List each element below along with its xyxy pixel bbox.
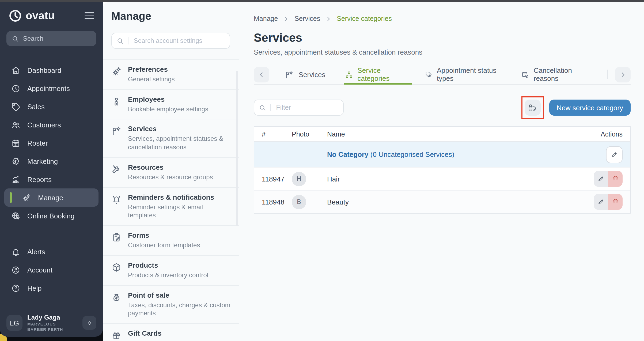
sidebar-item-reports[interactable]: Reports (0, 170, 103, 188)
category-name: Hair (327, 175, 579, 183)
breadcrumb-manage[interactable]: Manage (254, 15, 278, 22)
tab-service-categories[interactable]: Service categories (345, 65, 404, 84)
manage-panel-title: Manage (103, 2, 239, 22)
delete-button[interactable] (608, 194, 623, 210)
search-icon (117, 37, 124, 44)
tab-bar: Services Service categories Appointment … (254, 65, 631, 85)
sidebar-item-sales[interactable]: Sales (0, 97, 103, 116)
filter-input[interactable] (275, 103, 338, 112)
filter-field[interactable] (254, 100, 344, 116)
avatar: LG (6, 315, 22, 331)
bell-icon (11, 247, 20, 256)
breadcrumb-services[interactable]: Services (294, 15, 320, 22)
breadcrumb: Manage Services Service categories (254, 15, 631, 22)
flag-gear-icon (111, 126, 122, 136)
search-icon (259, 104, 266, 111)
table-row[interactable]: 118947 H Hair (254, 168, 630, 191)
sidebar-item-help[interactable]: Help (0, 279, 103, 297)
trash-icon (612, 175, 619, 183)
trash-icon (612, 198, 619, 206)
box-icon (111, 262, 122, 272)
sidebar-search-label: Search (23, 35, 43, 42)
sitemap-icon (345, 70, 353, 79)
sidebar-item-roster[interactable]: Roster (0, 134, 103, 152)
primary-sidebar: ovatu Search Dashboard Appointments Sale… (0, 0, 103, 337)
chevron-right-icon (619, 71, 626, 78)
manage-item-resources[interactable]: ResourcesResources & resource groups (103, 157, 239, 187)
category-id: 118948 (262, 198, 292, 206)
edit-button[interactable] (594, 171, 608, 187)
sidebar-item-dashboard[interactable]: Dashboard (0, 61, 103, 79)
tab-appointment-status-types[interactable]: Appointment status types (425, 65, 502, 84)
manage-item-gift-cards[interactable]: Gift CardsCustomer gift cards (103, 323, 239, 341)
no-category-label[interactable]: No Category (0 Uncategorised Services) (327, 150, 579, 158)
gears-icon (22, 193, 31, 202)
sidebar-item-account[interactable]: Account (0, 261, 103, 279)
sidebar-item-marketing[interactable]: Marketing (0, 152, 103, 170)
manage-item-products[interactable]: ProductsProducts & inventory control (103, 255, 239, 285)
tabs-scroll-right-button[interactable] (615, 67, 631, 82)
megaphone-burst-icon (11, 157, 20, 166)
reorder-categories-button[interactable] (524, 100, 540, 116)
edit-button[interactable] (594, 194, 608, 210)
clock-icon (11, 84, 20, 93)
sidebar-nav: Dashboard Appointments Sales Customers R… (0, 61, 103, 297)
logo-text[interactable]: ovatu (26, 10, 55, 22)
pencil-icon (611, 151, 618, 158)
sidebar-item-online-booking[interactable]: Online Booking (0, 207, 103, 225)
manage-item-forms[interactable]: FormsCustomer form templates (103, 226, 239, 255)
account-switch-button[interactable] (82, 316, 96, 330)
manage-item-point-of-sale[interactable]: Point of saleTaxes, discounts, charges &… (103, 285, 239, 323)
reorder-list-icon (528, 103, 537, 112)
page-title: Services (254, 31, 631, 45)
app-screen: ovatu Search Dashboard Appointments Sale… (0, 0, 644, 341)
edit-button[interactable] (606, 146, 623, 163)
window-top-strip (0, 0, 644, 2)
globe-gear-icon (11, 211, 20, 220)
table-row[interactable]: 118948 B Beauty (254, 191, 630, 213)
column-actions: Actions (579, 130, 630, 138)
tabs-scroll-left-button[interactable] (254, 67, 269, 82)
calendar-slash-icon (521, 70, 529, 79)
tab-services[interactable]: Services (285, 65, 325, 84)
breadcrumb-service-categories[interactable]: Service categories (337, 15, 392, 22)
users-icon (11, 120, 20, 129)
manage-item-employees[interactable]: EmployeesBookable employee settings (103, 89, 239, 119)
tag-icon (11, 102, 20, 111)
tools-icon (111, 164, 122, 175)
sidebar-item-customers[interactable]: Customers (0, 116, 103, 134)
category-name: Beauty (327, 198, 579, 206)
user-switcher[interactable]: LG Lady Gaga MARVELOUS BARBER PERTH (0, 314, 103, 333)
gift-icon (111, 330, 122, 340)
clipboard-pen-icon (111, 233, 122, 243)
new-service-category-button[interactable]: New service category (549, 100, 631, 116)
category-photo-avatar: B (292, 195, 306, 209)
pencil-icon (597, 198, 605, 206)
person-circle-icon (11, 265, 20, 274)
ovatu-clock-logo-icon (9, 9, 22, 22)
column-name: Name (327, 130, 579, 138)
manage-item-preferences[interactable]: PreferencesGeneral settings (103, 59, 239, 89)
table-header-row: # Photo Name Actions (254, 127, 630, 142)
chevron-right-icon (283, 16, 289, 22)
table-row-no-category[interactable]: No Category (0 Uncategorised Services) (254, 142, 630, 168)
active-accent-bar (10, 192, 12, 203)
person-icon (111, 96, 122, 106)
pencil-icon (597, 175, 605, 183)
list-controls: New service category (254, 96, 631, 119)
manage-panel-scrollbar[interactable] (236, 71, 238, 226)
hamburger-menu-icon[interactable] (85, 13, 94, 19)
manage-item-reminders[interactable]: Reminders & notificationsReminder settin… (103, 187, 239, 225)
sidebar-search-button[interactable]: Search (6, 31, 96, 46)
highlight-annotation (521, 96, 544, 119)
delete-button[interactable] (608, 171, 623, 187)
sidebar-item-appointments[interactable]: Appointments (0, 79, 103, 97)
page-subtitle: Services, appointment statuses & cancell… (254, 48, 631, 56)
manage-item-services[interactable]: ServicesServices, appointment statuses &… (103, 119, 239, 157)
account-settings-search[interactable] (111, 33, 230, 49)
sidebar-item-manage[interactable]: Manage (4, 188, 99, 207)
chevrons-up-down-icon (86, 320, 93, 327)
sidebar-item-alerts[interactable]: Alerts (0, 243, 103, 261)
account-settings-search-input[interactable] (133, 36, 225, 45)
tab-cancellation-reasons[interactable]: Cancellation reasons (521, 65, 588, 84)
